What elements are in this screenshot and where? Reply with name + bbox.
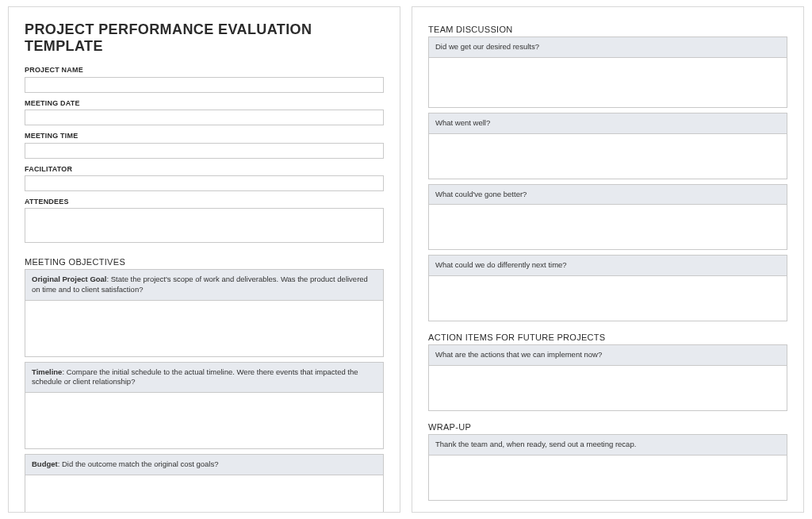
discussion-block-3: What could we do differently next time? bbox=[428, 255, 787, 321]
page-left: PROJECT PERFORMANCE EVALUATION TEMPLATE … bbox=[8, 6, 400, 513]
discussion-header-1: What went well? bbox=[429, 113, 787, 134]
discussion-header-0: Did we get our desired results? bbox=[429, 37, 787, 58]
discussion-body-0[interactable] bbox=[429, 58, 787, 107]
discussion-block-0: Did we get our desired results? bbox=[428, 37, 787, 108]
discussion-body-1[interactable] bbox=[429, 134, 787, 179]
objective-bold-budget: Budget bbox=[32, 459, 58, 468]
discussion-header-3: What could we do differently next time? bbox=[429, 256, 787, 276]
label-facilitator: FACILITATOR bbox=[25, 165, 384, 173]
label-project-name: PROJECT NAME bbox=[25, 66, 384, 74]
objective-body-timeline[interactable] bbox=[25, 393, 383, 448]
label-meeting-date: MEETING DATE bbox=[25, 99, 384, 107]
section-title-team-discussion: TEAM DISCUSSION bbox=[428, 25, 787, 34]
objective-body-budget[interactable] bbox=[25, 475, 383, 513]
label-meeting-time: MEETING TIME bbox=[25, 132, 384, 140]
action-header-0: What are the actions that we can impleme… bbox=[429, 345, 787, 366]
objective-block-budget: Budget: Did the outcome match the origin… bbox=[25, 454, 384, 513]
action-block-0: What are the actions that we can impleme… bbox=[428, 344, 787, 411]
discussion-header-2: What could've gone better? bbox=[429, 185, 787, 206]
objective-rest-timeline: : Compare the initial schedule to the ac… bbox=[32, 367, 358, 386]
page-right: TEAM DISCUSSION Did we get our desired r… bbox=[412, 6, 804, 513]
objective-header-goal: Original Project Goal: State the project… bbox=[25, 270, 383, 301]
section-title-meeting-objectives: MEETING OBJECTIVES bbox=[25, 257, 384, 267]
action-body-0[interactable] bbox=[429, 366, 787, 410]
objective-body-goal[interactable] bbox=[25, 301, 383, 356]
discussion-block-1: What went well? bbox=[428, 113, 787, 179]
discussion-body-2[interactable] bbox=[429, 205, 787, 249]
discussion-body-3[interactable] bbox=[429, 276, 787, 321]
objective-block-timeline: Timeline: Compare the initial schedule t… bbox=[25, 362, 384, 450]
section-title-action-items: ACTION ITEMS FOR FUTURE PROJECTS bbox=[428, 333, 787, 342]
input-attendees[interactable] bbox=[25, 208, 384, 243]
input-meeting-time[interactable] bbox=[25, 143, 384, 159]
objective-rest-budget: : Did the outcome match the original cos… bbox=[58, 459, 219, 468]
discussion-block-2: What could've gone better? bbox=[428, 184, 787, 251]
section-title-wrap-up: WRAP-UP bbox=[428, 422, 787, 432]
label-attendees: ATTENDEES bbox=[25, 198, 384, 206]
wrapup-block-0: Thank the team and, when ready, send out… bbox=[428, 434, 787, 501]
input-project-name[interactable] bbox=[25, 77, 384, 93]
input-meeting-date[interactable] bbox=[25, 110, 384, 125]
objective-header-timeline: Timeline: Compare the initial schedule t… bbox=[25, 363, 383, 394]
wrapup-header-0: Thank the team and, when ready, send out… bbox=[429, 435, 787, 456]
main-title: PROJECT PERFORMANCE EVALUATION TEMPLATE bbox=[25, 21, 384, 55]
wrapup-body-0[interactable] bbox=[429, 456, 787, 500]
objective-bold-timeline: Timeline bbox=[32, 367, 62, 376]
objective-block-goal: Original Project Goal: State the project… bbox=[25, 269, 384, 357]
objective-header-budget: Budget: Did the outcome match the origin… bbox=[25, 455, 383, 475]
objective-bold-goal: Original Project Goal bbox=[32, 275, 107, 283]
input-facilitator[interactable] bbox=[25, 175, 384, 191]
